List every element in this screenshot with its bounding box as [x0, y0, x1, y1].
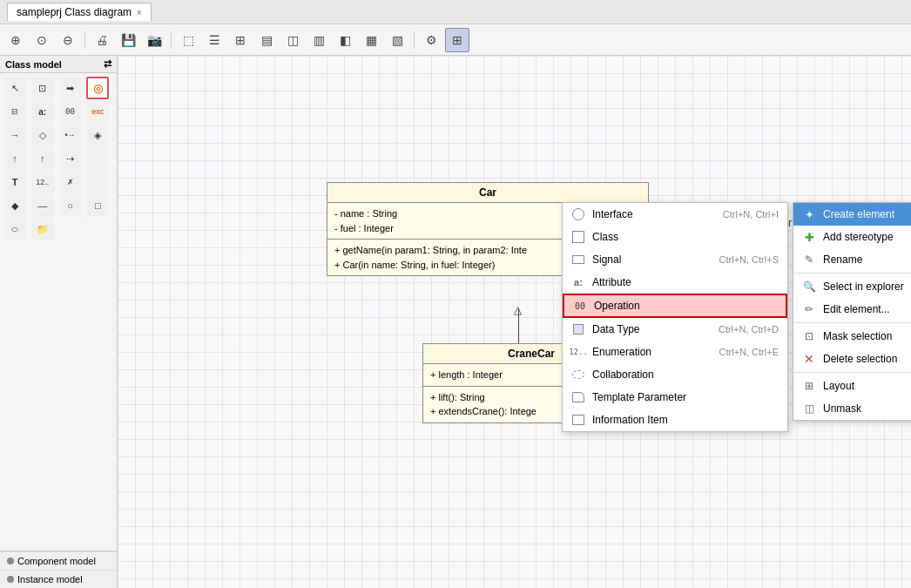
- menu-item-template-param[interactable]: Template Parameter: [563, 386, 787, 409]
- collaboration-menu-icon: [571, 368, 585, 382]
- diamond-tool[interactable]: ◇: [31, 124, 54, 146]
- grid-button[interactable]: ⊞: [445, 28, 469, 52]
- line-tool[interactable]: —: [31, 194, 54, 217]
- menu-item-interface[interactable]: Interface Ctrl+N, Ctrl+I: [563, 203, 787, 226]
- info-item-menu-icon: [571, 413, 585, 427]
- instance-model-nav[interactable]: Instance model: [0, 570, 117, 588]
- menu-item-class[interactable]: Class: [563, 226, 787, 248]
- datatype-label: Data Type: [592, 323, 639, 335]
- menu-item-enumeration[interactable]: 12.. Enumeration Ctrl+N, Ctrl+E: [563, 341, 787, 363]
- menu-item-rename[interactable]: ✎ Rename F2: [793, 248, 911, 271]
- layout8-button[interactable]: ▧: [385, 28, 409, 52]
- unmask-label: Unmask: [823, 402, 861, 415]
- layout3-button[interactable]: ▤: [254, 28, 279, 52]
- menu-item-mask-selection[interactable]: ⊡ Mask selection Ctrl+M: [793, 325, 911, 348]
- add-class-tool[interactable]: ⊡: [31, 77, 54, 99]
- op-00-tool[interactable]: 00: [59, 100, 82, 123]
- action-tool[interactable]: ➡: [59, 77, 82, 99]
- attribute-menu-icon: a:: [571, 275, 585, 289]
- menu-item-attribute[interactable]: a: Attribute: [563, 271, 787, 294]
- spacer-tool2: [86, 171, 109, 193]
- text-tool[interactable]: T: [3, 171, 26, 193]
- dot-arrow-tool[interactable]: •→: [59, 124, 82, 146]
- tools-grid: ↖ ⊡ ➡ ◎ ⊟ a: 00 exc → ◇ •→ ◈ ↑ ↑ ⇢ T 12.…: [0, 73, 117, 244]
- menu-item-layout[interactable]: ⊞ Layout ▶: [793, 375, 911, 397]
- num-tool[interactable]: 12..: [31, 171, 54, 193]
- rename-icon: ✎: [802, 253, 816, 267]
- menu-item-info-item[interactable]: Information Item: [563, 409, 787, 431]
- zoom-in-button[interactable]: ⊕: [3, 28, 28, 52]
- ellipse-tool[interactable]: ○: [59, 194, 82, 217]
- enumeration-label: Enumeration: [592, 346, 651, 358]
- interface-shortcut: Ctrl+N, Ctrl+I: [723, 209, 779, 220]
- zoom-out-button[interactable]: ⊖: [56, 28, 80, 52]
- menu-item-select-explorer[interactable]: 🔍 Select in explorer Ctrl+Enter: [793, 275, 911, 298]
- signal-shortcut: Ctrl+N, Ctrl+S: [719, 254, 779, 265]
- up-arrow2-tool[interactable]: ↑: [31, 147, 54, 170]
- layout4-button[interactable]: ◫: [280, 28, 305, 52]
- operation-label: Operation: [594, 300, 640, 312]
- layout6-button[interactable]: ◧: [333, 28, 357, 52]
- zoom-fit-button[interactable]: ⊙: [30, 28, 54, 52]
- arrow-tool[interactable]: →: [3, 124, 26, 146]
- class-menu-icon: [571, 230, 585, 244]
- edit-element-label: Edit element...: [823, 303, 890, 315]
- menu-item-datatype[interactable]: Data Type Ctrl+N, Ctrl+D: [563, 318, 787, 341]
- diagram-tab[interactable]: sampleprj Class diagram ×: [7, 3, 152, 21]
- info-item-label: Information Item: [592, 414, 668, 426]
- close-tab-button[interactable]: ×: [137, 8, 142, 17]
- plus-diamond-tool[interactable]: ◆: [3, 194, 26, 217]
- dashed-arrow-tool[interactable]: ⇢: [59, 147, 82, 170]
- rect-tool[interactable]: □: [86, 194, 109, 217]
- menu-item-operation[interactable]: 00 Operation: [563, 294, 787, 318]
- menu-item-add-stereotype[interactable]: ✚ Add stereotype: [793, 226, 911, 248]
- tab-label: sampleprj Class diagram: [17, 6, 132, 18]
- layout5-button[interactable]: ▥: [307, 28, 331, 52]
- unmask-icon: ◫: [802, 402, 816, 416]
- toolbar-sep-2: [171, 31, 172, 49]
- layout-icon: ⊞: [802, 379, 816, 393]
- left-panel: Class model ⇄ ↖ ⊡ ➡ ◎ ⊟ a: 00 exc → ◇ •→…: [0, 56, 118, 588]
- settings-button[interactable]: ⚙: [419, 28, 443, 52]
- layout1-button[interactable]: ☰: [202, 28, 226, 52]
- toolbar-sep-1: [84, 31, 85, 49]
- exc-tool[interactable]: exc: [86, 100, 109, 123]
- class-icon-tool[interactable]: ⊟: [3, 100, 26, 123]
- folder-tool[interactable]: 📁: [31, 218, 54, 240]
- panel-expand-icon[interactable]: ⇄: [104, 58, 111, 70]
- add-stereotype-label: Add stereotype: [823, 231, 894, 243]
- oval-tool[interactable]: ⬭: [3, 218, 26, 240]
- menu-item-collaboration[interactable]: Collaboration: [563, 363, 787, 386]
- canvas-area[interactable]: Car - name : String - fuel : Integer + g…: [118, 56, 911, 588]
- mask-selection-label: Mask selection: [823, 330, 892, 342]
- create-element-label: Create element: [823, 208, 894, 220]
- filled-diamond-tool[interactable]: ◈: [86, 124, 109, 146]
- component-model-nav[interactable]: Component model: [0, 551, 117, 570]
- interface-label: Interface: [592, 208, 633, 220]
- menu-item-delete-selection[interactable]: ✕ Delete selection Delete: [793, 348, 911, 370]
- up-arrow-tool[interactable]: ↑: [3, 147, 26, 170]
- rename-label: Rename: [823, 253, 862, 266]
- screenshot-button[interactable]: 📷: [142, 28, 166, 52]
- menu-item-edit-element[interactable]: ✏ Edit element...: [793, 298, 911, 321]
- select-tool-button[interactable]: ⬚: [176, 28, 200, 52]
- attr-a-tool[interactable]: a:: [31, 100, 54, 123]
- signal-menu-icon: [571, 253, 585, 267]
- interface-tool[interactable]: ◎: [86, 77, 109, 99]
- enumeration-shortcut: Ctrl+N, Ctrl+E: [719, 347, 779, 357]
- menu-item-unmask[interactable]: ◫ Unmask ▶: [793, 397, 911, 420]
- instance-model-label: Instance model: [17, 574, 83, 585]
- car-class-header: Car: [327, 183, 648, 203]
- select-explorer-label: Select in explorer: [823, 280, 904, 293]
- x-box-tool[interactable]: ✗: [59, 171, 82, 193]
- interface-menu-icon: [571, 207, 585, 221]
- save-button[interactable]: 💾: [116, 28, 140, 52]
- nav-dot-2: [7, 576, 14, 583]
- layout7-button[interactable]: ▦: [359, 28, 383, 52]
- mask-selection-icon: ⊡: [802, 329, 816, 343]
- pointer-tool[interactable]: ↖: [3, 77, 26, 99]
- menu-item-signal[interactable]: Signal Ctrl+N, Ctrl+S: [563, 248, 787, 271]
- layout2-button[interactable]: ⊞: [228, 28, 253, 52]
- print-button[interactable]: 🖨: [90, 28, 114, 52]
- menu-item-create-element[interactable]: ✦ Create element ▶: [793, 203, 911, 226]
